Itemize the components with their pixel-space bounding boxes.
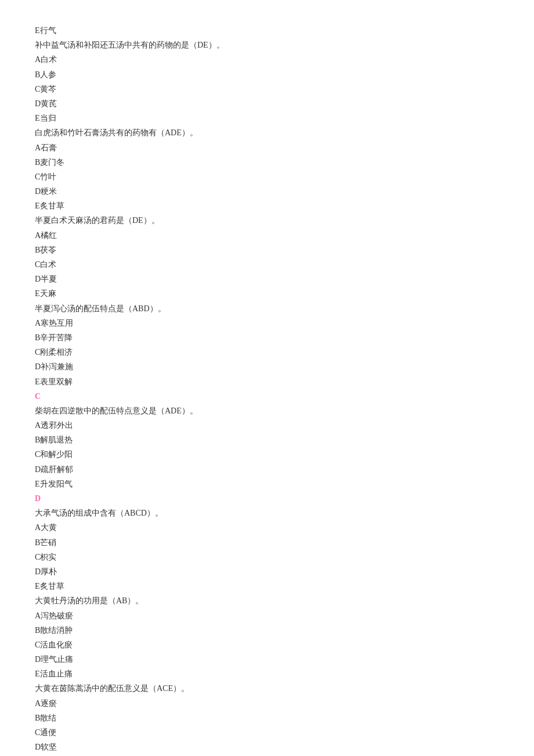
- question-line: 半夏白术天麻汤的君药是（DE）。: [35, 213, 499, 228]
- option-line: D疏肝解郁: [35, 462, 499, 477]
- option-line: D厚朴: [35, 564, 499, 579]
- option-line: A石膏: [35, 141, 499, 155]
- option-line: B茯苓: [35, 243, 499, 257]
- option-line: D理气止痛: [35, 652, 499, 667]
- question-line: 柴胡在四逆散中的配伍特点意义是（ADE）。: [35, 404, 499, 418]
- answer-line: C: [35, 389, 499, 404]
- option-line: D黄芪: [35, 96, 499, 111]
- option-line: E炙甘草: [35, 579, 499, 593]
- option-line: D补泻兼施: [35, 359, 499, 374]
- option-line: A大黄: [35, 520, 499, 535]
- answer-line: D: [35, 491, 499, 506]
- question-line: 补中益气汤和补阳还五汤中共有的药物的是（DE）。: [35, 38, 499, 52]
- question-line: 白虎汤和竹叶石膏汤共有的药物有（ADE）。: [35, 125, 499, 140]
- question-line: 半夏泻心汤的配伍特点是（ABD）。: [35, 301, 499, 316]
- option-line: C黄芩: [35, 82, 499, 96]
- option-line: C竹叶: [35, 170, 499, 184]
- option-line: B散结消肿: [35, 623, 499, 638]
- question-line: 大承气汤的组成中含有（ABCD）。: [35, 506, 499, 520]
- option-line: D半夏: [35, 272, 499, 286]
- option-line: B辛开苦降: [35, 330, 499, 345]
- question-line: 大黄牡丹汤的功用是（AB）。: [35, 593, 499, 608]
- option-line: C枳实: [35, 550, 499, 564]
- option-line: D粳米: [35, 184, 499, 199]
- option-line: A逐瘀: [35, 696, 499, 711]
- option-line: A透邪外出: [35, 418, 499, 433]
- option-line: E活血止痛: [35, 667, 499, 681]
- option-line: C通便: [35, 725, 499, 740]
- question-line: 大黄在茵陈蒿汤中的配伍意义是（ACE）。: [35, 681, 499, 696]
- option-line: C和解少阳: [35, 447, 499, 462]
- option-line: E炙甘草: [35, 199, 499, 213]
- option-line: C刚柔相济: [35, 345, 499, 359]
- option-line: E升发阳气: [35, 477, 499, 491]
- option-line: D软坚: [35, 740, 499, 754]
- option-line: A橘红: [35, 228, 499, 243]
- option-line: B麦门冬: [35, 155, 499, 170]
- option-line: B人参: [35, 67, 499, 82]
- option-line: A寒热互用: [35, 316, 499, 330]
- option-line: B芒硝: [35, 535, 499, 550]
- option-line: E行气: [35, 23, 499, 38]
- option-line: E当归: [35, 111, 499, 125]
- option-line: E天麻: [35, 286, 499, 301]
- option-line: A白术: [35, 52, 499, 67]
- option-line: A泻热破瘀: [35, 609, 499, 623]
- content-area: E行气补中益气汤和补阳还五汤中共有的药物的是（DE）。A白术B人参C黄芩D黄芪E…: [35, 23, 499, 756]
- option-line: B散结: [35, 711, 499, 725]
- option-line: E表里双解: [35, 375, 499, 389]
- option-line: C活血化瘀: [35, 638, 499, 652]
- option-line: B解肌退热: [35, 433, 499, 447]
- option-line: C白术: [35, 257, 499, 272]
